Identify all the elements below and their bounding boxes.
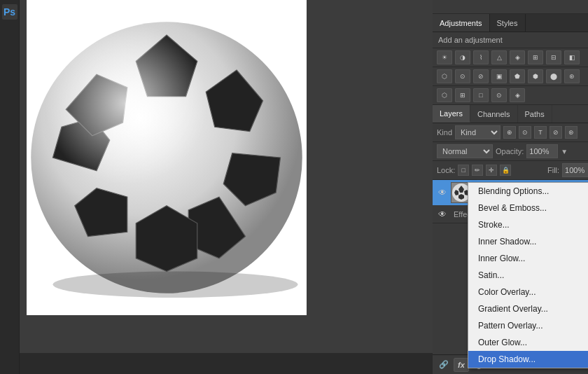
- brightness-icon[interactable]: ☀: [437, 50, 452, 64]
- lock-icon-1[interactable]: □: [458, 165, 469, 176]
- filter-icon-4[interactable]: ⊘: [550, 126, 562, 139]
- opacity-label: Opacity:: [496, 147, 524, 155]
- extra-icon-2[interactable]: ⊞: [455, 88, 470, 102]
- photo-filter-icon[interactable]: ⬡: [437, 69, 452, 83]
- invert-icon[interactable]: ▣: [491, 69, 507, 83]
- layer-tabs: Layers Channels Paths ≡: [433, 105, 588, 123]
- menu-item-color-overlay[interactable]: Color Overlay...: [468, 284, 588, 300]
- vibrance-icon[interactable]: ◈: [510, 50, 525, 64]
- selective-color-icon[interactable]: ⊛: [564, 69, 580, 83]
- canvas-content: [27, 0, 307, 315]
- opacity-arrow[interactable]: ▼: [561, 148, 568, 155]
- tab-styles[interactable]: Styles: [490, 14, 526, 32]
- soccer-ball-image: [27, 0, 307, 315]
- icon-row-2: ⬡ ⊙ ⊘ ▣ ⬟ ⬢ ⬤ ⊛: [433, 67, 588, 86]
- fx-button[interactable]: fx: [454, 358, 469, 372]
- lock-row: Lock: □ ✏ ✛ 🔒 Fill: ▼: [433, 161, 588, 180]
- filter-kind-label: Kind: [437, 128, 452, 137]
- fill-input[interactable]: [562, 163, 588, 177]
- menu-item-outer-glow[interactable]: Outer Glow...: [468, 334, 588, 351]
- extra-icon-1[interactable]: ⬡: [437, 88, 452, 102]
- adj-tabs: Adjustments Styles: [433, 14, 588, 32]
- menu-item-inner-shadow[interactable]: Inner Shadow...: [468, 233, 588, 250]
- menu-item-inner-glow[interactable]: Inner Glow...: [468, 250, 588, 267]
- blend-row: Normal Opacity: ▼: [433, 142, 588, 161]
- tab-channels[interactable]: Channels: [470, 105, 517, 123]
- svg-point-10: [31, 22, 302, 293]
- link-layers-icon[interactable]: 🔗: [437, 358, 451, 372]
- context-menu: Blending Options... Bevel & Emboss... St…: [468, 182, 588, 368]
- channel-mixer-icon[interactable]: ⊙: [455, 69, 470, 83]
- menu-item-stroke[interactable]: Stroke...: [468, 216, 588, 233]
- svg-point-11: [53, 272, 298, 298]
- canvas-area: [20, 0, 433, 374]
- fill-label: Fill:: [547, 166, 559, 174]
- filter-icon-1[interactable]: ⊕: [503, 126, 516, 139]
- add-adjustment: Add an adjustment: [433, 32, 588, 48]
- extra-icon-4[interactable]: ⊙: [491, 88, 507, 102]
- menu-item-blending[interactable]: Blending Options...: [468, 183, 588, 200]
- layer-visibility-icon[interactable]: 👁: [437, 187, 448, 198]
- filter-icon-3[interactable]: T: [534, 126, 547, 139]
- extra-icon-5[interactable]: ◈: [510, 88, 525, 102]
- exposure-icon[interactable]: △: [491, 50, 507, 64]
- color-balance-icon[interactable]: ⊟: [546, 50, 561, 64]
- lock-label: Lock:: [437, 166, 455, 174]
- panel-top-bar: ≡: [433, 0, 588, 14]
- lock-icon-4[interactable]: 🔒: [500, 165, 511, 176]
- menu-item-pattern-overlay[interactable]: Pattern Overlay...: [468, 317, 588, 334]
- filter-kind-select[interactable]: Kind: [455, 125, 500, 139]
- lock-icon-3[interactable]: ✛: [486, 165, 497, 176]
- hsl-icon[interactable]: ⊞: [528, 50, 543, 64]
- tab-layers[interactable]: Layers: [433, 105, 470, 123]
- left-toolbar: Ps: [0, 0, 20, 374]
- threshold-icon[interactable]: ⬢: [528, 69, 543, 83]
- posterize-icon[interactable]: ⬟: [510, 69, 525, 83]
- menu-item-gradient-overlay[interactable]: Gradient Overlay...: [468, 300, 588, 317]
- icon-row-1: ☀ ◑ ⌇ △ ◈ ⊞ ⊟ ◧: [433, 48, 588, 67]
- gradient-map-icon[interactable]: ⬤: [546, 69, 561, 83]
- filter-icon-5[interactable]: ⊛: [565, 126, 578, 139]
- menu-item-drop-shadow[interactable]: Drop Shadow...: [468, 351, 588, 368]
- filter-row: Kind Kind ⊕ ⊙ T ⊘ ⊛: [433, 123, 588, 142]
- right-panel: ≡ Adjustments Styles Add an adjustment ☀…: [433, 0, 588, 374]
- tab-adjustments[interactable]: Adjustments: [433, 14, 490, 32]
- bottom-bar-left: [20, 353, 433, 374]
- menu-item-bevel[interactable]: Bevel & Emboss...: [468, 200, 588, 216]
- contrast-icon[interactable]: ◑: [455, 50, 470, 64]
- tab-paths[interactable]: Paths: [518, 105, 552, 123]
- curves-icon[interactable]: ⌇: [473, 50, 489, 64]
- opacity-input[interactable]: [526, 144, 558, 158]
- filter-icon-2[interactable]: ⊙: [519, 126, 531, 139]
- blend-mode-select[interactable]: Normal: [437, 144, 493, 158]
- icon-row-3: ⬡ ⊞ □ ⊙ ◈: [433, 86, 588, 105]
- extra-icon-3[interactable]: □: [473, 88, 489, 102]
- lock-icon-2[interactable]: ✏: [472, 165, 483, 176]
- ps-icon: Ps: [2, 4, 18, 20]
- effects-eye[interactable]: 👁: [437, 209, 448, 220]
- menu-item-satin[interactable]: Satin...: [468, 267, 588, 284]
- bw-icon[interactable]: ◧: [564, 50, 580, 64]
- color-lookup-icon[interactable]: ⊘: [473, 69, 489, 83]
